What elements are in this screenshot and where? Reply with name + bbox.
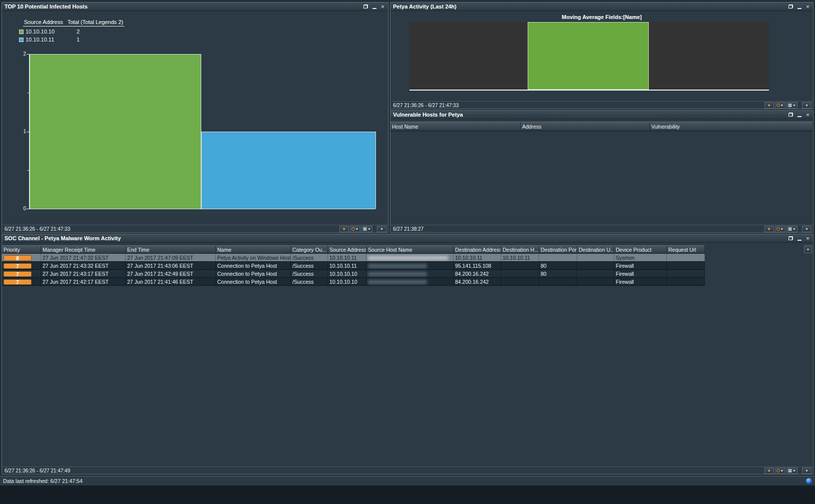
cell-category-outcome: /Success xyxy=(291,254,328,261)
annotate-button[interactable]: * xyxy=(764,102,774,109)
float-window-icon[interactable] xyxy=(788,4,793,10)
cell-destination-user xyxy=(577,254,614,261)
column-header-priority[interactable]: Priority xyxy=(2,246,41,253)
panel-titlebar[interactable]: SOC Channel - Petya Malware Worm Activit… xyxy=(2,234,813,243)
last-refreshed-label: Data last refreshed: 6/27 21:47:54 xyxy=(0,478,83,484)
cell-name: Connection to Petya Host xyxy=(216,278,291,285)
time-range-button[interactable]: ▼ xyxy=(775,226,785,232)
column-header-vulnerability[interactable]: Vulnerability xyxy=(650,122,813,131)
cell-source-address: 10.10.10.11 xyxy=(328,262,366,269)
cell-destination-port: 80 xyxy=(539,270,577,277)
legend-value: 2 xyxy=(77,29,80,35)
float-window-icon[interactable] xyxy=(363,4,368,10)
clock-icon xyxy=(776,227,780,231)
column-header-destination-user[interactable]: Destination U... xyxy=(577,246,614,253)
panel-titlebar[interactable]: TOP 10 Potential Infected Hosts × xyxy=(2,3,388,11)
table-header: Host Name Address Vulnerability xyxy=(390,122,813,131)
cell-destination-user xyxy=(577,278,614,285)
cell-category-outcome: /Success xyxy=(291,278,328,285)
table-row[interactable]: 7 27 Jun 2017 21:43:32 EEST 27 Jun 2017 … xyxy=(2,262,705,270)
table-row[interactable]: 7 27 Jun 2017 21:42:17 EEST 27 Jun 2017 … xyxy=(2,278,705,286)
cell-source-host-name xyxy=(366,270,454,277)
view-options-button[interactable]: ▦▼ xyxy=(361,226,372,232)
minimize-icon[interactable] xyxy=(371,4,377,10)
time-range-label: 6/27 21:36:26 - 6/27 21:47:33 xyxy=(391,103,459,108)
time-range-button[interactable]: ▼ xyxy=(775,102,785,109)
view-options-button[interactable]: ▦▼ xyxy=(786,102,797,109)
column-header-destination-port[interactable]: Destination Port xyxy=(539,246,577,253)
collapse-button[interactable]: ▼ xyxy=(802,467,811,474)
close-icon[interactable]: × xyxy=(805,4,810,10)
panel-titlebar[interactable]: Vulnerable Hosts for Petya × xyxy=(390,111,813,119)
table-row[interactable]: 7 27 Jun 2017 21:43:17 EEST 27 Jun 2017 … xyxy=(2,270,705,278)
column-header-address[interactable]: Address xyxy=(521,122,650,131)
view-options-button[interactable]: ▦▼ xyxy=(786,226,797,232)
restore-icon xyxy=(788,5,793,9)
restore-icon xyxy=(363,5,368,9)
collapse-button[interactable]: ▼ xyxy=(802,102,811,109)
column-header-source-address[interactable]: Source Address xyxy=(328,246,366,253)
statusbar-buttons: * ▼ ▦▼ ▼ xyxy=(764,102,812,109)
chevron-down-icon: ▼ xyxy=(780,469,784,472)
close-icon[interactable]: × xyxy=(380,4,385,10)
chevron-down-icon: ▼ xyxy=(805,227,808,231)
panel-titlebar[interactable]: Petya Activity (Last 24h) × xyxy=(390,3,813,11)
restore-icon xyxy=(788,236,793,240)
bar-10-10-10-11[interactable] xyxy=(201,132,376,209)
float-window-icon[interactable] xyxy=(788,236,793,241)
column-header-source-host-name[interactable]: Source Host Name xyxy=(366,246,454,253)
chart-segment-high[interactable] xyxy=(528,22,649,90)
close-icon[interactable]: × xyxy=(805,112,810,118)
collapse-button[interactable]: ▼ xyxy=(802,226,811,232)
clock-icon xyxy=(776,104,780,107)
view-options-button[interactable]: ▦▼ xyxy=(786,467,797,474)
column-header-category-outcome[interactable]: Category Ou... xyxy=(291,246,328,253)
panel-soc-channel: SOC Channel - Petya Malware Worm Activit… xyxy=(2,234,813,474)
panel-vulnerable-hosts: Vulnerable Hosts for Petya × Host Name A… xyxy=(390,110,813,233)
cell-manager-receipt-time: 27 Jun 2017 21:42:17 EEST xyxy=(41,278,126,285)
minimize-icon[interactable] xyxy=(796,236,802,241)
cell-source-address: 10.10.10.10 xyxy=(328,270,366,277)
redacted-text xyxy=(368,272,427,276)
chevron-down-icon: ▼ xyxy=(805,469,808,472)
column-header-manager-receipt-time[interactable]: Manager Receipt Time xyxy=(41,246,126,253)
column-header-host-name[interactable]: Host Name xyxy=(390,122,521,131)
chart-title: Moving Average Fields:[Name] xyxy=(390,14,813,20)
annotate-button[interactable]: * xyxy=(764,226,774,232)
legend-item[interactable]: 10.10.10.11 1 xyxy=(19,37,129,43)
cell-destination-port xyxy=(539,278,577,285)
statusbar-buttons: * ▼ ▦▼ ▼ xyxy=(764,226,812,232)
minimize-icon[interactable] xyxy=(796,4,802,10)
chevron-down-icon: ▼ xyxy=(792,104,796,107)
bar-chart-area: Source Address Total (Total Legends 2) 1… xyxy=(2,11,388,225)
table-scroll-button[interactable]: ▼ xyxy=(804,245,812,253)
close-icon[interactable]: × xyxy=(805,236,810,241)
legend-item[interactable]: 10.10.10.10 2 xyxy=(19,29,129,35)
time-range-button[interactable]: ▼ xyxy=(775,467,785,474)
column-header-request-url[interactable]: Request Url xyxy=(667,246,705,253)
column-header-destination-address[interactable]: Destination Address xyxy=(454,246,501,253)
restore-icon xyxy=(788,113,793,117)
minimize-icon[interactable] xyxy=(796,112,802,118)
bar-10-10-10-10[interactable] xyxy=(30,54,201,209)
chevron-down-icon: ▼ xyxy=(805,104,808,107)
cell-manager-receipt-time: 27 Jun 2017 21:47:32 EEST xyxy=(41,254,126,261)
collapse-button[interactable]: ▼ xyxy=(377,226,386,232)
panel-statusbar: 6/27 21:36:26 - 6/27 21:47:33 * ▼ ▦▼ ▼ xyxy=(2,225,388,232)
chart-segment-low xyxy=(410,22,528,90)
cell-device-product: Firewall xyxy=(614,278,667,285)
cell-end-time: 27 Jun 2017 21:43:06 EEST xyxy=(126,262,216,269)
time-range-button[interactable]: ▼ xyxy=(350,226,360,232)
connection-status-icon[interactable] xyxy=(806,478,812,484)
legend-label: 10.10.10.10 xyxy=(26,29,55,35)
cell-name: Connection to Petya Host xyxy=(216,262,291,269)
column-header-destination-host[interactable]: Destination H... xyxy=(501,246,539,253)
table-row[interactable]: 8 27 Jun 2017 21:47:32 EEST 27 Jun 2017 … xyxy=(2,254,705,262)
annotate-button[interactable]: * xyxy=(339,226,349,232)
float-window-icon[interactable] xyxy=(788,112,793,118)
annotate-button[interactable]: * xyxy=(764,467,774,474)
column-header-end-time[interactable]: End Time xyxy=(126,246,216,253)
column-header-device-product[interactable]: Device Product xyxy=(614,246,667,253)
cell-source-address: 10.10.10.11 xyxy=(328,254,366,261)
column-header-name[interactable]: Name xyxy=(216,246,291,253)
